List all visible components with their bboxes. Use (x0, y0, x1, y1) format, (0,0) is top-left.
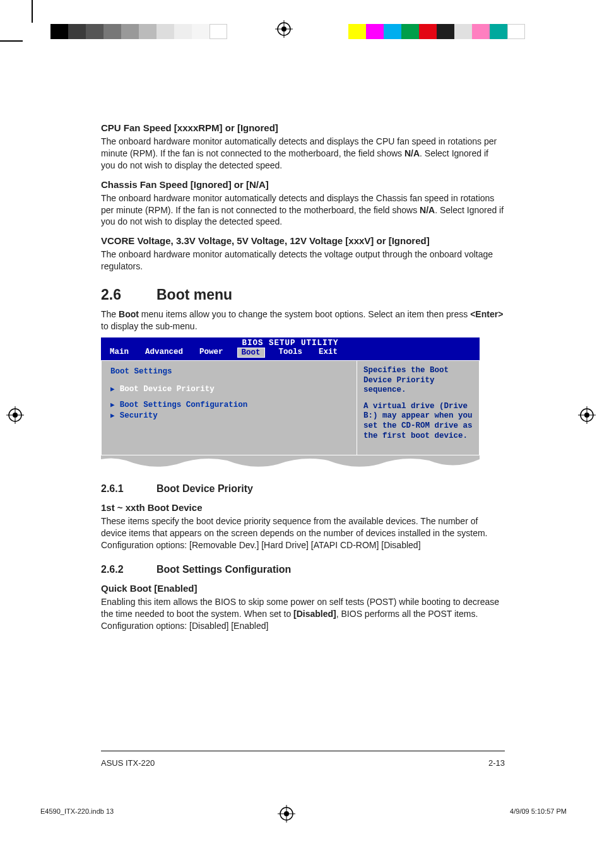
para-262: Enabling this item allows the BIOS to sk… (101, 596, 505, 632)
para-vcore: The onboard hardware monitor automatical… (101, 249, 505, 273)
bios-tab-power: Power (197, 348, 226, 358)
section-number: 2.6 (101, 286, 156, 303)
section-title: Boot Device Priority (156, 483, 253, 494)
para-chassis-fan: The onboard hardware monitor automatical… (101, 192, 505, 228)
triangle-right-icon: ▶ (110, 401, 115, 409)
heading-vcore: VCORE Voltage, 3.3V Voltage, 5V Voltage,… (101, 235, 505, 246)
footer-product: ASUS ITX-220 (101, 758, 155, 768)
bold-text: [Disabled] (293, 609, 336, 619)
bold-text: N/A (404, 148, 420, 158)
heading-boot-menu: 2.6Boot menu (101, 286, 505, 303)
svg-point-3 (281, 26, 286, 32)
section-number: 2.6.1 (101, 483, 156, 495)
text: The (101, 309, 119, 319)
page-content: CPU Fan Speed [xxxxRPM] or [Ignored] The… (101, 115, 505, 637)
bios-tab-boot: Boot (237, 348, 265, 358)
meta-file: E4590_ITX-220.indb 13 (40, 807, 114, 815)
heading-261: 2.6.1Boot Device Priority (101, 483, 505, 495)
page-footer: ASUS ITX-220 2-13 (101, 758, 505, 768)
para-boot-intro: The Boot menu items allow you to change … (101, 308, 505, 332)
bios-screenshot: BIOS SETUP UTILITY Main Advanced Power B… (101, 337, 480, 455)
registration-target-icon (6, 406, 24, 424)
para-cpu-fan: The onboard hardware monitor automatical… (101, 136, 505, 172)
heading-262: 2.6.2Boot Settings Configuration (101, 564, 505, 575)
bios-item-label: Boot Settings Configuration (120, 401, 248, 409)
section-title: Boot menu (156, 286, 232, 303)
crop-mark (0, 40, 23, 42)
bios-item-boot-settings-config: ▶ Boot Settings Configuration (110, 401, 350, 409)
bios-item-security: ▶ Security (110, 411, 350, 420)
registration-bars (0, 23, 602, 40)
section-number: 2.6.2 (101, 564, 156, 575)
bold-text: <Enter> (470, 309, 503, 319)
heading-quick-boot: Quick Boot [Enabled] (101, 583, 505, 594)
bios-tab-advanced: Advanced (143, 348, 186, 358)
text: menu items allow you to change the syste… (139, 309, 470, 319)
bold-text: N/A (420, 205, 435, 215)
svg-point-7 (13, 413, 18, 418)
bios-title: BIOS SETUP UTILITY (101, 337, 480, 348)
bios-torn-edge (101, 455, 505, 471)
bios-tab-exit: Exit (316, 348, 340, 358)
registration-target-icon (578, 406, 596, 424)
crop-mark (32, 0, 33, 23)
footer-rule (101, 751, 505, 751)
bios-tab-tools: Tools (276, 348, 305, 358)
bios-item-boot-device-priority: ▶ Boot Device Priority (110, 385, 350, 394)
registration-target-icon (275, 20, 293, 38)
print-metadata: E4590_ITX-220.indb 13 4/9/09 5:10:57 PM (40, 807, 567, 815)
bios-item-label: Boot Device Priority (120, 385, 215, 394)
triangle-right-icon: ▶ (110, 385, 115, 393)
triangle-right-icon: ▶ (110, 411, 115, 419)
heading-chassis-fan: Chassis Fan Speed [Ignored] or [N/A] (101, 179, 505, 190)
bios-menu-bar: Main Advanced Power Boot Tools Exit (101, 348, 480, 360)
bios-panel-title: Boot Settings (110, 367, 350, 376)
bios-item-label: Security (120, 411, 158, 420)
bios-tab-main: Main (107, 348, 131, 358)
heading-1st-boot-device: 1st ~ xxth Boot Device (101, 502, 505, 513)
para-261: These items specify the boot device prio… (101, 515, 505, 551)
bios-help-text: Specifies the Boot Device Priority seque… (363, 366, 474, 396)
bios-help-text: A virtual drive (Drive B:) may appear wh… (363, 402, 474, 442)
bios-help-pane: Specifies the Boot Device Priority seque… (357, 360, 480, 455)
text: to display the sub-menu. (101, 321, 198, 331)
heading-cpu-fan: CPU Fan Speed [xxxxRPM] or [Ignored] (101, 122, 505, 133)
meta-timestamp: 4/9/09 5:10:57 PM (510, 807, 567, 815)
bios-left-pane: Boot Settings ▶ Boot Device Priority ▶ B… (101, 360, 357, 455)
bold-text: Boot (119, 309, 139, 319)
section-title: Boot Settings Configuration (156, 564, 291, 575)
footer-page-num: 2-13 (488, 758, 505, 768)
svg-point-11 (584, 413, 589, 418)
